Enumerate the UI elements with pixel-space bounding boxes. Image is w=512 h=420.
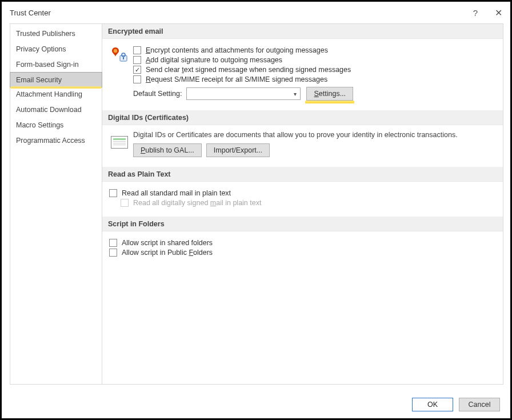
section-header-plain-text: Read as Plain Text: [102, 167, 503, 182]
label-default-setting: Default Setting:: [133, 90, 182, 98]
checkbox-read-signed-plain: [121, 199, 129, 207]
ok-button[interactable]: OK: [412, 398, 453, 411]
import-export-button[interactable]: Import/Export...: [206, 143, 270, 157]
help-icon[interactable]: ?: [473, 8, 478, 18]
trust-center-dialog: Trust Center ? ✕ Trusted Publishers Priv…: [0, 0, 512, 420]
sidebar-item-email-security[interactable]: Email Security: [10, 72, 102, 87]
svg-rect-3: [123, 57, 124, 59]
content-panel: Encrypted email: [102, 23, 503, 385]
sidebar-item-automatic-download[interactable]: Automatic Download: [10, 102, 102, 118]
checkbox-clear-text[interactable]: [133, 66, 141, 74]
window-title: Trust Center: [10, 9, 51, 17]
section-header-script: Script in Folders: [102, 217, 503, 231]
sidebar-item-programmatic-access[interactable]: Programmatic Access: [10, 133, 102, 149]
titlebar: Trust Center ? ✕: [2, 2, 510, 23]
dropdown-default-setting[interactable]: ▾: [186, 87, 301, 100]
checkbox-request-receipt[interactable]: [133, 75, 141, 83]
sidebar: Trusted Publishers Privacy Options Form-…: [10, 23, 102, 385]
digital-ids-description: Digital IDs or Certificates are document…: [133, 131, 496, 139]
sidebar-item-trusted-publishers[interactable]: Trusted Publishers: [10, 26, 102, 42]
settings-button[interactable]: Settings...: [306, 87, 353, 101]
sidebar-item-privacy-options[interactable]: Privacy Options: [10, 42, 102, 57]
dialog-footer: OK Cancel: [412, 398, 500, 411]
section-header-digital-ids: Digital IDs (Certificates): [102, 110, 503, 125]
checkbox-script-public[interactable]: [109, 249, 117, 257]
label-read-signed-plain: Read all digitally signed mail in plain …: [133, 199, 261, 207]
checkbox-script-shared[interactable]: [109, 239, 117, 247]
highlight-marker: [305, 101, 354, 103]
ribbon-lock-icon: [109, 45, 130, 65]
cancel-button[interactable]: Cancel: [459, 398, 500, 411]
sidebar-item-attachment-handling[interactable]: Attachment Handling: [10, 87, 102, 102]
label-script-shared: Allow script in shared folders: [122, 239, 213, 247]
sidebar-item-macro-settings[interactable]: Macro Settings: [10, 118, 102, 133]
publish-to-gal-button[interactable]: Publish to GAL...: [133, 143, 202, 157]
checkbox-read-plain[interactable]: [109, 189, 117, 197]
label-encrypt-contents: Encrypt contents and attachments for out…: [146, 46, 328, 54]
close-icon[interactable]: ✕: [495, 7, 502, 18]
svg-point-0: [114, 49, 117, 53]
certificate-icon: [109, 132, 130, 153]
label-read-plain: Read all standard mail in plain text: [122, 189, 231, 197]
label-script-public: Allow script in Public Folders: [122, 249, 213, 257]
checkbox-add-signature[interactable]: [133, 56, 141, 64]
label-request-receipt: Request S/MIME receipt for all S/MIME si…: [146, 75, 327, 83]
label-clear-text: Send clear text signed message when send…: [146, 66, 351, 74]
chevron-down-icon: ▾: [294, 91, 297, 97]
label-add-signature: Add digital signature to outgoing messag…: [146, 56, 282, 64]
section-header-encrypted: Encrypted email: [102, 24, 503, 39]
checkbox-encrypt-contents[interactable]: [133, 46, 141, 54]
sidebar-item-form-sign-in[interactable]: Form-based Sign-in: [10, 57, 102, 73]
